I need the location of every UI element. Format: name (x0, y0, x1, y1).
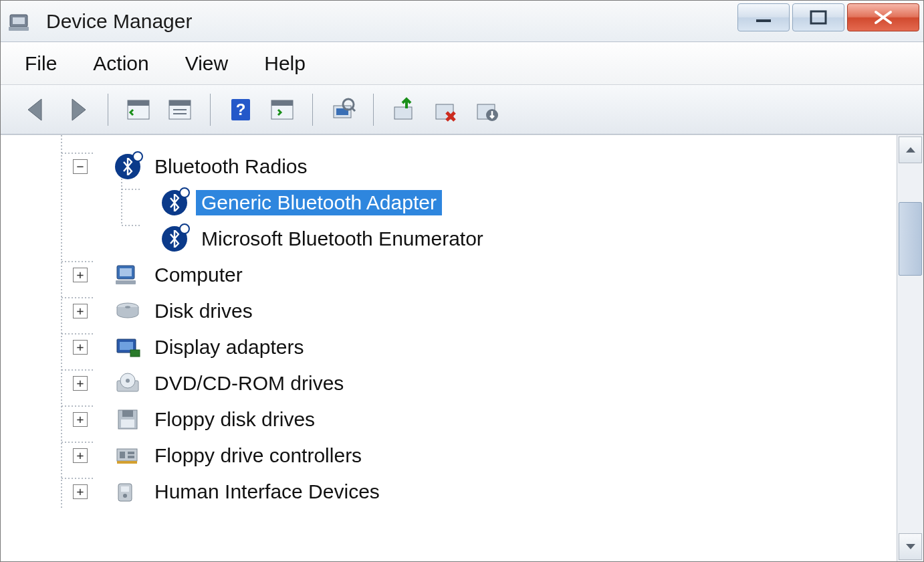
collapse-icon[interactable]: − (73, 159, 88, 174)
minimize-button[interactable] (737, 3, 790, 31)
tree-node-label: Generic Bluetooth Adapter (196, 190, 442, 215)
uninstall-button[interactable] (427, 92, 463, 127)
svg-point-45 (126, 379, 130, 383)
svg-rect-8 (169, 100, 191, 106)
scrollbar-thumb[interactable] (899, 202, 922, 276)
toolbar-separator (210, 94, 211, 126)
tree-node-dvd-cd-rom[interactable]: + DVD/CD-ROM drives (19, 365, 897, 401)
tree-node-microsoft-bluetooth-enumerator[interactable]: Microsoft Bluetooth Enumerator (19, 221, 897, 257)
svg-rect-2 (9, 27, 29, 31)
svg-rect-51 (128, 452, 134, 454)
expand-icon[interactable]: + (73, 376, 88, 391)
window-title: Device Manager (46, 10, 192, 33)
tree-node-floppy-drive-controllers[interactable]: + Floppy drive controllers (19, 438, 897, 474)
tree-node-generic-bluetooth-adapter[interactable]: Generic Bluetooth Adapter (19, 185, 897, 221)
svg-rect-53 (117, 461, 137, 464)
properties-button[interactable] (162, 92, 198, 127)
expand-icon[interactable]: + (73, 340, 88, 355)
svg-rect-3 (756, 19, 771, 22)
menu-action[interactable]: Action (93, 52, 148, 75)
help-button[interactable]: ? (223, 92, 259, 127)
svg-text:?: ? (236, 100, 246, 118)
tree-node-floppy-disk-drives[interactable]: + Floppy disk drives (19, 401, 897, 438)
floppy-controller-icon (114, 442, 141, 469)
expand-icon[interactable]: + (73, 412, 88, 427)
app-icon (7, 8, 34, 35)
computer-icon (114, 262, 141, 288)
forward-button[interactable] (60, 92, 96, 127)
tree-node-label: Microsoft Bluetooth Enumerator (196, 226, 489, 252)
tree-node-label: Bluetooth Radios (149, 154, 313, 179)
bluetooth-icon (161, 189, 188, 216)
svg-rect-41 (120, 342, 133, 350)
tree-node-label: Disk drives (149, 298, 258, 324)
floppy-icon (114, 406, 141, 433)
menubar: File Action View Help (1, 42, 923, 85)
menu-file[interactable]: File (25, 52, 57, 75)
svg-rect-55 (121, 486, 129, 492)
svg-line-18 (352, 108, 355, 111)
expand-icon[interactable]: + (73, 304, 88, 318)
window-controls (737, 3, 919, 31)
tree-node-label: Human Interface Devices (149, 479, 385, 504)
back-button[interactable] (18, 92, 54, 127)
svg-rect-14 (271, 100, 293, 106)
expand-icon[interactable]: + (73, 448, 88, 463)
content-area: − Bluetooth Radios Generic Bluetooth Ada… (1, 134, 923, 561)
scroll-up-button[interactable] (899, 136, 922, 163)
svg-rect-54 (118, 484, 132, 501)
scroll-down-button[interactable] (899, 533, 922, 560)
toolbar: ? (1, 85, 923, 134)
tree-node-disk-drives[interactable]: + Disk drives (19, 293, 897, 329)
svg-point-39 (125, 306, 130, 308)
toolbar-separator (312, 94, 313, 126)
optical-drive-icon (114, 370, 141, 397)
close-button[interactable] (847, 3, 919, 31)
tree-node-computer[interactable]: + Computer (19, 257, 897, 293)
display-icon (114, 334, 141, 361)
menu-view[interactable]: View (185, 52, 228, 75)
toolbar-separator (373, 94, 374, 126)
svg-rect-4 (811, 11, 826, 23)
svg-rect-19 (394, 107, 412, 119)
disk-icon (114, 298, 141, 324)
svg-rect-48 (121, 419, 134, 428)
tree-node-label: Display adapters (149, 335, 309, 360)
scan-hardware-button[interactable] (325, 92, 361, 127)
expand-icon[interactable]: + (73, 268, 88, 282)
svg-rect-37 (116, 280, 136, 284)
svg-rect-42 (130, 350, 140, 357)
tree-node-label: Floppy drive controllers (149, 443, 367, 468)
tree-node-human-interface-devices[interactable]: + Human Interface Devices (19, 474, 897, 510)
toolbar-separator (108, 94, 108, 126)
tree-node-bluetooth-radios[interactable]: − Bluetooth Radios (19, 149, 897, 185)
tree-node-label: DVD/CD-ROM drives (149, 371, 349, 396)
maximize-button[interactable] (792, 3, 844, 31)
svg-rect-1 (13, 17, 25, 24)
svg-rect-50 (120, 452, 125, 458)
action-pane-button[interactable] (264, 92, 300, 127)
console-tree-button[interactable] (120, 92, 156, 127)
vertical-scrollbar[interactable] (897, 135, 923, 561)
svg-rect-52 (128, 456, 134, 458)
tree-node-label: Floppy disk drives (149, 407, 320, 432)
svg-point-56 (123, 494, 127, 498)
bluetooth-icon (161, 225, 188, 252)
update-driver-button[interactable] (386, 92, 422, 127)
disable-button[interactable] (469, 92, 505, 127)
hid-icon (114, 478, 141, 505)
device-tree[interactable]: − Bluetooth Radios Generic Bluetooth Ada… (1, 135, 897, 561)
expand-icon[interactable]: + (73, 484, 88, 499)
scrollbar-track[interactable] (897, 165, 923, 532)
menu-help[interactable]: Help (264, 52, 306, 75)
tree-node-label: Computer (149, 262, 248, 288)
svg-rect-36 (120, 268, 132, 276)
bluetooth-icon (114, 153, 141, 180)
device-manager-window: Device Manager File Action View Help (0, 0, 924, 562)
svg-rect-6 (128, 100, 149, 106)
tree-node-display-adapters[interactable]: + Display adapters (19, 329, 897, 365)
svg-rect-47 (122, 410, 133, 417)
titlebar: Device Manager (1, 1, 923, 42)
